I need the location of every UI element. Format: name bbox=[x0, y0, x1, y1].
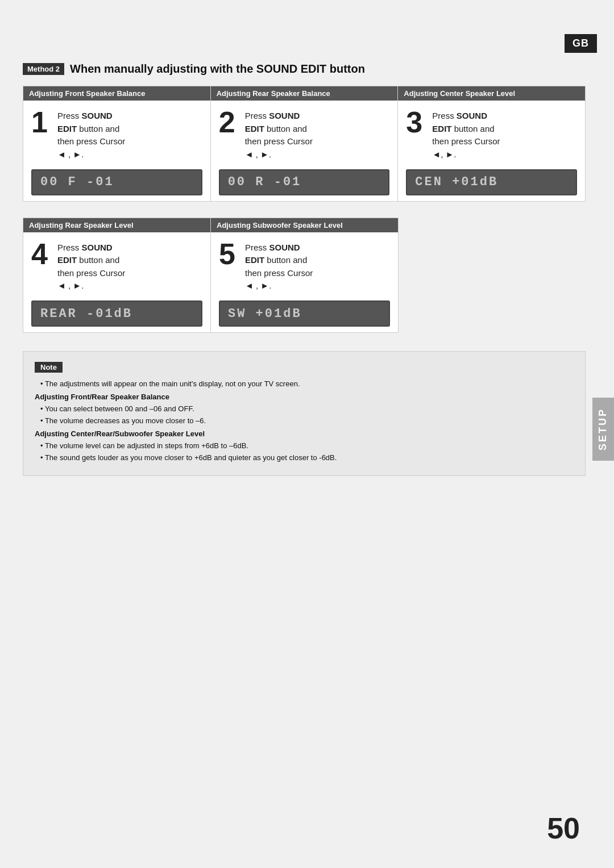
bottom-cursor-arrows-1: ◄ , ►. bbox=[57, 281, 125, 290]
note-s1-b1: • You can select between 00 and –06 and … bbox=[35, 404, 574, 413]
step-number-1: 1 bbox=[31, 107, 52, 137]
note-section1-title: Adjusting Front/Rear Speaker Balance bbox=[35, 393, 574, 401]
method-badge: Method 2 bbox=[23, 63, 64, 75]
bottom-step-text-2: Press SOUND EDIT button and then press C… bbox=[245, 241, 313, 297]
note-s2-b2: • The sound gets louder as you move clos… bbox=[35, 453, 574, 462]
bottom-panels-row: Adjusting Rear Speaker Level 4 Press SOU… bbox=[23, 218, 586, 333]
cursor-arrows-1: ◄ , ►. bbox=[57, 149, 125, 159]
bottom-step-text-1: Press SOUND EDIT button and then press C… bbox=[57, 241, 125, 297]
note-s2-b1: • The volume level can be adjusted in st… bbox=[35, 441, 574, 450]
step-number-2: 2 bbox=[219, 107, 239, 137]
method-title: When manually adjusting with the SOUND E… bbox=[70, 62, 365, 76]
page-number: 50 bbox=[547, 811, 580, 845]
main-content: Method 2 When manually adjusting with th… bbox=[23, 28, 586, 840]
step-number-3: 3 bbox=[406, 107, 426, 137]
note-main-bullet: • The adjustments will appear on the mai… bbox=[35, 379, 574, 388]
lcd-display-1: 00 F -01 bbox=[31, 169, 202, 195]
bottom-step-row-1: 4 Press SOUND EDIT button and then press… bbox=[31, 241, 202, 297]
top-panel-2: Adjusting Rear Speaker Balance 2 Press S… bbox=[211, 86, 399, 202]
top-panel-3: Adjusting Center Speaker Level 3 Press S… bbox=[398, 86, 586, 202]
bottom-step-number-1: 4 bbox=[31, 239, 52, 269]
panel-body-2: 2 Press SOUND EDIT button and then press… bbox=[211, 101, 398, 201]
panel-header-3: Adjusting Center Speaker Level bbox=[398, 86, 585, 101]
step-row-1: 1 Press SOUND EDIT button and then press… bbox=[31, 110, 202, 165]
bottom-panel-spacer bbox=[399, 218, 586, 333]
bottom-panel-header-1: Adjusting Rear Speaker Level bbox=[23, 218, 210, 232]
step-row-2: 2 Press SOUND EDIT button and then press… bbox=[219, 110, 390, 165]
bottom-cursor-arrows-2: ◄ , ►. bbox=[245, 281, 313, 290]
top-panels-row: Adjusting Front Speaker Balance 1 Press … bbox=[23, 86, 586, 202]
step-text-3: Press SOUND EDIT button and then press C… bbox=[432, 110, 500, 165]
setup-tab: SETUP bbox=[592, 398, 614, 461]
note-section: Note • The adjustments will appear on th… bbox=[23, 351, 586, 476]
step-text-2: Press SOUND EDIT button and then press C… bbox=[245, 110, 313, 165]
bottom-panel-2: Adjusting Subwoofer Speaker Level 5 Pres… bbox=[211, 218, 399, 333]
bottom-step-number-2: 5 bbox=[219, 239, 239, 269]
bottom-panel-body-2: 5 Press SOUND EDIT button and then press… bbox=[211, 232, 398, 333]
note-s1-b2: • The volume decreases as you move close… bbox=[35, 416, 574, 425]
top-panel-1: Adjusting Front Speaker Balance 1 Press … bbox=[23, 86, 211, 202]
method-header: Method 2 When manually adjusting with th… bbox=[23, 62, 586, 76]
note-section2-title: Adjusting Center/Rear/Subwoofer Speaker … bbox=[35, 429, 574, 438]
note-badge: Note bbox=[35, 362, 63, 373]
bottom-lcd-display-2: SW +01dB bbox=[219, 301, 390, 327]
panel-body-1: 1 Press SOUND EDIT button and then press… bbox=[23, 101, 210, 201]
panel-body-3: 3 Press SOUND EDIT button and then press… bbox=[398, 101, 585, 201]
step-text-1: Press SOUND EDIT button and then press C… bbox=[57, 110, 125, 165]
bottom-panel-body-1: 4 Press SOUND EDIT button and then press… bbox=[23, 232, 210, 333]
bottom-step-row-2: 5 Press SOUND EDIT button and then press… bbox=[219, 241, 390, 297]
bottom-panel-1: Adjusting Rear Speaker Level 4 Press SOU… bbox=[23, 218, 211, 333]
bottom-lcd-display-1: REAR -01dB bbox=[31, 301, 202, 327]
step-row-3: 3 Press SOUND EDIT button and then press… bbox=[406, 110, 577, 165]
cursor-arrows-2: ◄ , ►. bbox=[245, 149, 313, 159]
lcd-display-2: 00 R -01 bbox=[219, 169, 390, 195]
lcd-display-3: CEN +01dB bbox=[406, 169, 577, 195]
panel-header-2: Adjusting Rear Speaker Balance bbox=[211, 86, 398, 101]
panel-header-1: Adjusting Front Speaker Balance bbox=[23, 86, 210, 101]
cursor-arrows-3: ◄, ►. bbox=[432, 149, 500, 159]
bottom-panel-header-2: Adjusting Subwoofer Speaker Level bbox=[211, 218, 398, 232]
